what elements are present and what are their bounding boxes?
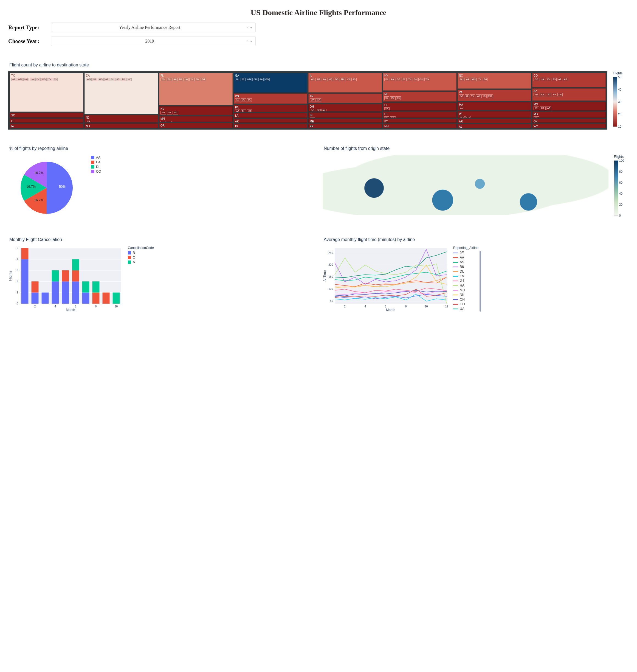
- treemap-state-NJ[interactable]: NJUA: [85, 115, 158, 122]
- bar-segment[interactable]: [62, 270, 69, 281]
- treemap-cell[interactable]: DL: [247, 98, 252, 102]
- treemap-state-NV[interactable]: NVWNUANK: [159, 106, 233, 115]
- treemap-cell[interactable]: YV: [126, 78, 132, 81]
- legend-item[interactable]: A: [128, 260, 154, 264]
- treemap-cell[interactable]: OH: [241, 109, 247, 112]
- treemap-cell[interactable]: WN: [471, 78, 476, 81]
- treemap-state-AZ[interactable]: AZWNAAOOYVUA: [532, 88, 606, 101]
- clear-icon[interactable]: ×: [247, 25, 249, 30]
- treemap-cell[interactable]: AS: [115, 78, 121, 81]
- treemap-cell[interactable]: OO: [166, 128, 172, 128]
- treemap-cell[interactable]: OO: [334, 78, 339, 81]
- legend-item[interactable]: B6: [453, 265, 478, 269]
- treemap-cell[interactable]: AA: [104, 78, 109, 81]
- treemap-state-FL[interactable]: FLWNDLAAB6UAYXNKG4: [159, 73, 233, 105]
- treemap-cell[interactable]: YV: [552, 93, 557, 96]
- chevron-down-icon[interactable]: ▾: [250, 39, 252, 43]
- treemap-cell[interactable]: YX: [189, 78, 195, 81]
- treemap-cell[interactable]: MQ: [487, 94, 493, 98]
- treemap-cell[interactable]: AA: [540, 93, 545, 96]
- pie-chart[interactable]: 50%16.7%16.7%16.7%: [8, 155, 85, 221]
- treemap-state-PA[interactable]: PAAAOHYX: [234, 105, 307, 112]
- treemap-cell[interactable]: DL: [384, 96, 389, 100]
- treemap-cell[interactable]: AA: [557, 78, 562, 81]
- bar-segment[interactable]: [52, 270, 59, 281]
- treemap-cell[interactable]: 9E: [241, 78, 245, 81]
- treemap-cell[interactable]: OO: [546, 93, 551, 96]
- legend-item[interactable]: DL: [91, 165, 101, 169]
- bar-segment[interactable]: [62, 281, 69, 304]
- treemap-cell[interactable]: WN: [533, 107, 539, 110]
- treemap-state-KY[interactable]: KYOO: [383, 119, 456, 123]
- bar-segment[interactable]: [21, 259, 29, 304]
- treemap-state-WI[interactable]: WIMQOO: [458, 111, 531, 118]
- treemap-state-MI[interactable]: MIDLOO9E: [383, 92, 456, 102]
- bar-segment[interactable]: [72, 281, 79, 304]
- treemap-cell[interactable]: OH: [418, 78, 424, 81]
- clear-icon[interactable]: ×: [247, 39, 249, 43]
- treemap-chart[interactable]: TXAAWNMQUAEVOOYVF9SCOOCTOOIAOOCAWNUAOOAA…: [8, 71, 607, 129]
- treemap-state-MD[interactable]: MDWN: [532, 112, 606, 118]
- treemap-state-GA[interactable]: GADL9EWNOHAAOO: [234, 73, 307, 92]
- treemap-cell[interactable]: OO: [396, 78, 401, 81]
- treemap-cell[interactable]: UA: [86, 120, 91, 122]
- treemap-cell[interactable]: AS: [235, 98, 240, 102]
- treemap-cell[interactable]: B6: [413, 78, 418, 81]
- cancellation-chart[interactable]: 012345246810MonthFlights: [8, 246, 124, 312]
- treemap-cell[interactable]: NK: [172, 111, 178, 114]
- treemap-cell[interactable]: WN: [17, 78, 23, 81]
- legend-item[interactable]: OO: [453, 302, 478, 306]
- treemap-cell[interactable]: YV: [47, 78, 52, 81]
- treemap-cell[interactable]: UA: [167, 111, 172, 114]
- treemap-cell[interactable]: B6: [121, 78, 126, 81]
- treemap-cell[interactable]: WN: [533, 117, 539, 118]
- treemap-cell[interactable]: UA: [476, 94, 481, 98]
- bar-segment[interactable]: [82, 293, 89, 304]
- treemap-cell[interactable]: OO: [390, 117, 395, 118]
- treemap-cell[interactable]: MQ: [23, 78, 29, 81]
- bar-segment[interactable]: [92, 281, 99, 293]
- legend-item[interactable]: G4: [453, 279, 478, 283]
- treemap-cell[interactable]: UA: [30, 78, 35, 81]
- legend-item[interactable]: C: [128, 255, 154, 260]
- treemap-cell[interactable]: NK: [195, 78, 200, 81]
- treemap-cell[interactable]: MQ: [328, 78, 333, 81]
- treemap-state-IA[interactable]: IAOO: [10, 124, 84, 128]
- treemap-cell[interactable]: DL: [235, 78, 240, 81]
- treemap-cell[interactable]: OO: [166, 121, 171, 122]
- legend-item[interactable]: AA: [453, 255, 478, 260]
- treemap-state-TX[interactable]: TXAAWNMQUAEVOOYVF9: [10, 73, 84, 112]
- choropleth-map[interactable]: [323, 155, 608, 215]
- treemap-state-AR[interactable]: ARMQ: [458, 119, 531, 123]
- treemap-cell[interactable]: OO: [533, 78, 539, 81]
- treemap-state-WY[interactable]: WYOO: [532, 124, 606, 128]
- treemap-cell[interactable]: UA: [92, 78, 97, 81]
- treemap-cell[interactable]: 9E: [396, 96, 401, 100]
- treemap-state-HI[interactable]: HIHA: [383, 103, 456, 111]
- treemap-state-CA[interactable]: CAWNUAOOAADLASB6YV: [85, 73, 158, 114]
- report-type-dropdown[interactable]: Yearly Airline Performance Report × ▾: [51, 22, 256, 32]
- treemap-cell[interactable]: B6: [459, 107, 464, 110]
- legend-item[interactable]: 9E: [453, 251, 478, 255]
- treemap-cell[interactable]: B6: [178, 78, 183, 81]
- treemap-cell[interactable]: 9E: [402, 78, 406, 81]
- treemap-state-ME[interactable]: MEOO: [308, 119, 382, 123]
- year-dropdown[interactable]: 2019 × ▾: [51, 36, 256, 46]
- treemap-state-PR[interactable]: PRB6: [308, 124, 382, 128]
- treemap-cell[interactable]: AA: [235, 109, 240, 112]
- treemap-cell[interactable]: WN: [546, 78, 551, 81]
- treemap-cell[interactable]: OO: [98, 78, 104, 81]
- treemap-cell[interactable]: DL: [384, 78, 389, 81]
- treemap-cell[interactable]: AA: [546, 107, 551, 110]
- treemap-cell[interactable]: YX: [477, 78, 482, 81]
- treemap-state-AL[interactable]: ALOO: [458, 124, 531, 128]
- treemap-cell[interactable]: AA: [459, 94, 464, 98]
- treemap-cell[interactable]: DL: [110, 78, 115, 81]
- legend-item[interactable]: MQ: [453, 288, 478, 292]
- bar-segment[interactable]: [103, 293, 110, 304]
- legend-item[interactable]: EV: [453, 274, 478, 278]
- airtime-chart[interactable]: 5010015020025024681012MonthAirTime: [323, 246, 449, 312]
- treemap-cell[interactable]: AA: [465, 78, 470, 81]
- legend-item[interactable]: UA: [453, 307, 478, 311]
- legend-item[interactable]: OO: [91, 170, 101, 174]
